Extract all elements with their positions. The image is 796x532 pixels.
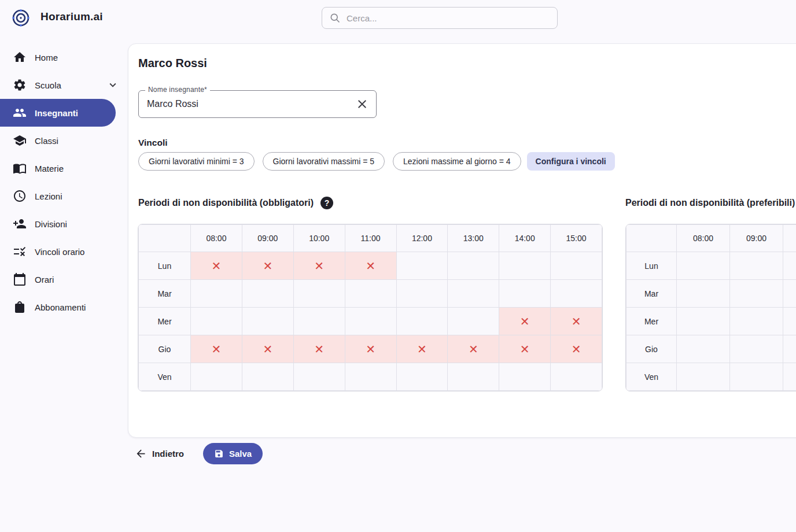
home-icon — [13, 50, 27, 64]
availability-cell-ven-col2[interactable] — [783, 363, 796, 391]
clear-name-icon[interactable] — [355, 97, 369, 111]
availability-cell-mer-12:00[interactable] — [396, 308, 448, 335]
availability-cell-mar-15:00[interactable] — [551, 280, 602, 308]
availability-cell-ven-10:00[interactable] — [293, 363, 345, 391]
constraint-chip-2[interactable]: Lezioni massime al giorno = 4 — [393, 152, 521, 171]
availability-cell-mer-13:00[interactable] — [448, 308, 499, 335]
availability-cell-ven-14:00[interactable] — [499, 363, 551, 391]
availability-cell-gio-09:00[interactable]: ✕ — [242, 335, 293, 363]
bag-icon — [13, 300, 27, 314]
sidebar-item-classi[interactable]: Classi — [0, 127, 127, 154]
availability-row-ven: Ven — [627, 363, 796, 391]
unavailable-x-icon: ✕ — [314, 260, 324, 272]
availability-cell-ven-11:00[interactable] — [345, 363, 396, 391]
save-button[interactable]: Salva — [203, 443, 263, 464]
availability-cell-mer-10:00[interactable] — [293, 308, 345, 335]
day-label: Ven — [627, 363, 677, 391]
sidebar-item-abbonamenti[interactable]: Abbonamenti — [0, 293, 127, 321]
availability-cell-ven-08:00[interactable] — [677, 363, 730, 391]
help-icon[interactable]: ? — [320, 197, 333, 209]
gear-icon — [13, 78, 27, 92]
preferred-grid-title: Periodi di non disponibilità (preferibil… — [625, 198, 795, 208]
availability-cell-gio-15:00[interactable]: ✕ — [551, 335, 602, 363]
sidebar-item-label: Lezioni — [35, 191, 62, 201]
availability-row-gio: Gio — [627, 335, 796, 363]
availability-cell-lun-15:00[interactable] — [551, 252, 602, 280]
back-button-label: Indietro — [152, 449, 184, 459]
availability-cell-mer-11:00[interactable] — [345, 308, 396, 335]
chevron-down-icon[interactable] — [106, 79, 119, 91]
availability-cell-lun-09:00[interactable] — [730, 252, 783, 280]
availability-cell-ven-12:00[interactable] — [396, 363, 448, 391]
availability-cell-gio-08:00[interactable]: ✕ — [191, 335, 242, 363]
availability-cell-ven-09:00[interactable] — [730, 363, 783, 391]
availability-cell-mar-14:00[interactable] — [499, 280, 551, 308]
availability-cell-mer-14:00[interactable]: ✕ — [499, 308, 551, 335]
calendar-icon — [13, 272, 27, 286]
availability-cell-mar-08:00[interactable] — [191, 280, 242, 308]
availability-cell-mar-08:00[interactable] — [677, 280, 730, 308]
unavailable-x-icon: ✕ — [469, 343, 478, 356]
availability-cell-mar-col2[interactable] — [783, 280, 796, 308]
availability-cell-lun-13:00[interactable] — [448, 252, 499, 280]
day-label: Gio — [139, 335, 191, 363]
sidebar-item-orari[interactable]: Orari — [0, 265, 127, 293]
sidebar: HomeScuolaInsegnantiClassiMaterieLezioni… — [0, 43, 127, 321]
availability-row-mar: Mar — [139, 280, 602, 308]
availability-cell-lun-08:00[interactable]: ✕ — [191, 252, 242, 280]
availability-cell-lun-14:00[interactable] — [499, 252, 551, 280]
constraint-chip-1[interactable]: Giorni lavorativi massimi = 5 — [263, 152, 385, 171]
availability-cell-mar-09:00[interactable] — [730, 280, 783, 308]
availability-cell-lun-08:00[interactable] — [677, 252, 730, 280]
availability-cell-mer-09:00[interactable] — [242, 308, 293, 335]
availability-cell-ven-08:00[interactable] — [191, 363, 242, 391]
availability-cell-mer-08:00[interactable] — [191, 308, 242, 335]
teacher-name-input[interactable] — [139, 99, 355, 109]
availability-cell-gio-11:00[interactable]: ✕ — [345, 335, 396, 363]
availability-cell-gio-14:00[interactable]: ✕ — [499, 335, 551, 363]
availability-cell-mar-12:00[interactable] — [396, 280, 448, 308]
sidebar-item-divisioni[interactable]: Divisioni — [0, 210, 127, 238]
configure-constraints-button[interactable]: Configura i vincoli — [527, 152, 615, 171]
sidebar-item-lezioni[interactable]: Lezioni — [0, 182, 127, 210]
availability-cell-mar-10:00[interactable] — [293, 280, 345, 308]
sidebar-item-insegnanti[interactable]: Insegnanti — [0, 99, 116, 127]
availability-cell-lun-10:00[interactable]: ✕ — [293, 252, 345, 280]
availability-cell-ven-09:00[interactable] — [242, 363, 293, 391]
back-button[interactable]: Indietro — [135, 448, 184, 460]
unavailable-x-icon: ✕ — [366, 260, 375, 272]
availability-cell-mar-13:00[interactable] — [448, 280, 499, 308]
availability-cell-ven-13:00[interactable] — [448, 363, 499, 391]
availability-cell-gio-09:00[interactable] — [730, 335, 783, 363]
availability-cell-gio-08:00[interactable] — [677, 335, 730, 363]
sidebar-item-home[interactable]: Home — [0, 43, 127, 71]
search-input[interactable] — [347, 13, 550, 23]
arrow-back-icon — [135, 448, 147, 460]
availability-cell-mer-15:00[interactable]: ✕ — [551, 308, 602, 335]
sidebar-item-vincoli-orario[interactable]: Vincoli orario — [0, 238, 127, 265]
availability-cell-lun-09:00[interactable]: ✕ — [242, 252, 293, 280]
availability-cell-gio-col2[interactable] — [783, 335, 796, 363]
availability-cell-gio-13:00[interactable]: ✕ — [448, 335, 499, 363]
availability-cell-mar-09:00[interactable] — [242, 280, 293, 308]
availability-cell-lun-col2[interactable] — [783, 252, 796, 280]
sidebar-item-label: Vincoli orario — [35, 247, 84, 257]
availability-cell-gio-10:00[interactable]: ✕ — [293, 335, 345, 363]
availability-cell-gio-12:00[interactable]: ✕ — [396, 335, 448, 363]
availability-cell-mer-08:00[interactable] — [677, 308, 730, 335]
search-box[interactable] — [322, 7, 558, 29]
availability-cell-ven-15:00[interactable] — [551, 363, 602, 391]
availability-row-gio: Gio✕✕✕✕✕✕✕✕ — [139, 335, 602, 363]
person-add-icon — [13, 217, 27, 231]
availability-cell-lun-11:00[interactable]: ✕ — [345, 252, 396, 280]
time-label: 08:00 — [191, 225, 242, 252]
availability-cell-mer-col2[interactable] — [783, 308, 796, 335]
availability-cell-lun-12:00[interactable] — [396, 252, 448, 280]
time-label: 09:00 — [242, 225, 293, 252]
sidebar-item-materie[interactable]: Materie — [0, 154, 127, 182]
sidebar-item-scuola[interactable]: Scuola — [0, 71, 127, 99]
day-label: Mer — [627, 308, 677, 335]
availability-cell-mer-09:00[interactable] — [730, 308, 783, 335]
availability-cell-mar-11:00[interactable] — [345, 280, 396, 308]
constraint-chip-0[interactable]: Giorni lavorativi minimi = 3 — [138, 152, 255, 171]
